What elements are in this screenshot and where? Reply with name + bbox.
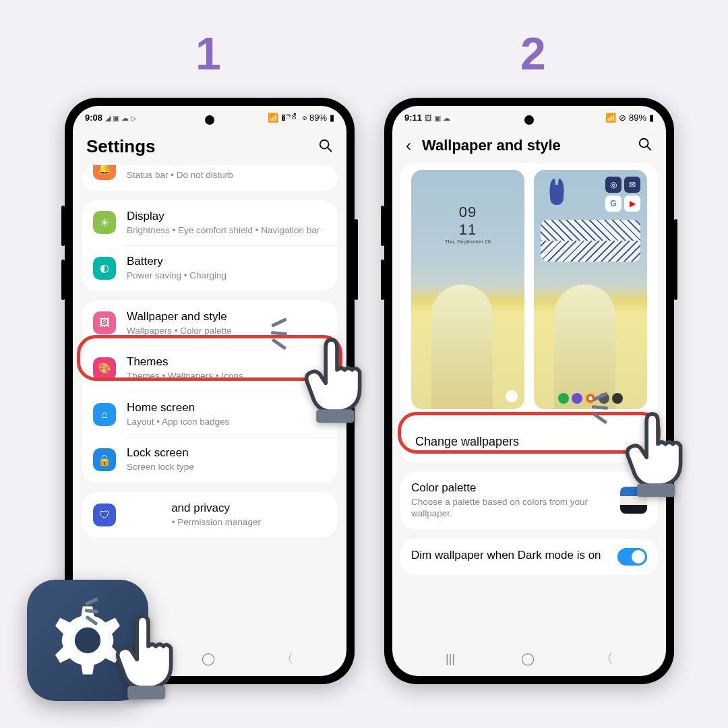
item-sub: Status bar • Do not disturb (127, 169, 326, 181)
wallpaper-header: ‹ Wallpaper and style (392, 125, 666, 163)
status-battery: 89% (309, 113, 327, 123)
camera-notch (205, 115, 214, 125)
search-button[interactable] (638, 137, 653, 154)
phone-mockup-2: 9:11 🖼 ▣ ☁ 📶⊘89%▮ ‹ Wallpaper and style … (384, 98, 674, 684)
item-title: Wallpaper and style (127, 310, 326, 324)
nav-home[interactable]: ◯ (202, 651, 215, 666)
step-number-1: 1 (195, 27, 221, 80)
item-title: Security and privacy (127, 502, 326, 515)
svg-rect-6 (637, 484, 675, 497)
item-title: Display (127, 210, 326, 223)
svg-line-1 (328, 147, 332, 151)
camera-notch (524, 115, 534, 125)
preview-widget (541, 220, 640, 262)
item-title: Lock screen (127, 446, 326, 460)
status-nodata-icon: ⊘ (619, 113, 626, 123)
page-title: Settings (86, 136, 310, 157)
svg-line-3 (647, 146, 651, 150)
item-sub: Choose a palette based on colors from yo… (411, 496, 609, 520)
preview-dock (534, 393, 647, 404)
shield-icon: 🛡 (93, 504, 116, 526)
status-time: 9:08 (85, 113, 102, 123)
bell-icon: 🔔 (93, 165, 116, 180)
preview-date: Thu, September 26 (411, 239, 524, 245)
status-left-icons: 🖼 ▣ ☁ (425, 114, 450, 122)
android-nav-bar: ||| ◯ 〈 (392, 641, 666, 676)
settings-item-lock[interactable]: 🔒 Lock screenScreen lock type (82, 437, 337, 483)
tap-pointer-1 (290, 330, 384, 427)
svg-point-4 (75, 628, 100, 653)
item-sub: Power saving • Charging (127, 270, 326, 282)
step-number-2: 2 (520, 27, 546, 80)
item-title: Color palette (411, 481, 609, 495)
pointing-hand-icon (101, 607, 195, 701)
settings-item-security[interactable]: 🛡 Security and privacyBiometrics • Permi… (82, 492, 337, 538)
battery-circle-icon: ◐ (93, 257, 116, 280)
battery-icon: ▮ (330, 113, 334, 123)
settings-item-notifications[interactable]: 🔔 NotificationsStatus bar • Do not distu… (82, 165, 337, 191)
nav-recent[interactable]: ||| (446, 652, 455, 666)
dim-toggle-on[interactable] (617, 548, 647, 566)
item-title: Dim wallpaper when Dark mode is on (411, 548, 607, 564)
brush-icon: 🎨 (93, 357, 116, 380)
pointing-hand-icon (611, 404, 705, 499)
svg-rect-7 (127, 686, 165, 700)
status-left-icons: ◢ ▣ ☁ ▷ (105, 114, 136, 122)
lock-icon: 🔒 (93, 448, 116, 471)
settings-item-battery[interactable]: ◐ BatteryPower saving • Charging (82, 245, 337, 291)
item-sub: Screen lock type (127, 461, 326, 473)
lockscreen-preview[interactable]: 09 11Thu, September 26 (411, 170, 524, 409)
search-icon (638, 137, 653, 152)
sun-icon: ☀ (93, 211, 116, 234)
camera-shortcut-icon (506, 390, 518, 402)
status-time: 9:11 (404, 113, 422, 123)
homescreen-preview[interactable]: ◎✉G▶ (534, 170, 647, 409)
item-title: Battery (127, 255, 326, 268)
status-battery: 89% (629, 113, 646, 123)
tap-pointer-app (101, 607, 195, 704)
dim-wallpaper-row[interactable]: Dim wallpaper when Dark mode is on (400, 539, 658, 575)
home-icon: ⌂ (93, 403, 116, 426)
pointing-hand-icon (290, 330, 384, 425)
search-icon (318, 138, 333, 153)
battery-icon: ▮ (649, 113, 654, 123)
status-nodata-icon: �ారి ⊘ (281, 113, 307, 123)
back-button[interactable]: ‹ (406, 136, 414, 155)
preview-app-icons: ◎✉G▶ (605, 177, 640, 212)
status-wifi-icon: 📶 (268, 113, 278, 123)
picture-icon: 🖼 (93, 311, 116, 334)
bunny-icon (543, 177, 570, 206)
status-wifi-icon: 📶 (605, 113, 616, 123)
svg-rect-5 (316, 410, 354, 423)
preview-clock: 09 11 (411, 204, 524, 239)
item-sub: Biometrics • Permission manager (127, 516, 326, 528)
nav-back[interactable]: 〈 (281, 650, 293, 667)
nav-back[interactable]: 〈 (601, 650, 613, 667)
item-title: Change wallpapers (415, 435, 643, 449)
nav-home[interactable]: ◯ (521, 651, 535, 666)
page-title: Wallpaper and style (422, 137, 630, 154)
search-button[interactable] (318, 138, 333, 156)
tap-pointer-2 (611, 404, 705, 502)
item-sub: Brightness • Eye comfort shield • Naviga… (127, 224, 326, 237)
settings-header: Settings (73, 125, 346, 165)
settings-item-display[interactable]: ☀ DisplayBrightness • Eye comfort shield… (82, 200, 337, 246)
